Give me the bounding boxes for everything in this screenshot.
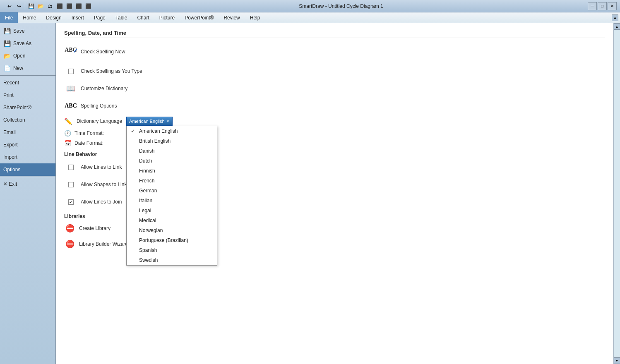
close-btn[interactable]: ✕ [608,2,617,10]
sidebar-item-new[interactable]: 📄 New [0,62,55,74]
spelling-options-label[interactable]: Spelling Options [81,103,117,109]
red-icon-3[interactable]: ⬛ [74,2,83,11]
dict-icon-area: ✏️ [64,117,72,125]
sidebar-item-open[interactable]: 📂 Open [0,50,55,62]
lang-spanish[interactable]: Spanish [127,245,217,255]
folder-quick-btn[interactable]: 🗂 [46,2,55,11]
lang-medical[interactable]: Medical [127,216,217,225]
sidebar: 💾 Save 💾 Save As 📂 Open 📄 New Recent Pri… [0,23,56,364]
sidebar-item-export[interactable]: Export [0,139,55,151]
red-icon-1[interactable]: ⬛ [55,2,64,11]
book-icon: 📖 [66,84,75,93]
menu-collapse-btn[interactable]: ▲ [612,14,618,21]
toolbar-sep-1 [25,2,25,10]
menu-help[interactable]: Help [245,12,265,23]
library-builder-label[interactable]: Library Builder Wizard [79,241,128,247]
dict-language-btn[interactable]: American English ▼ [126,117,173,126]
check-spell-type-label[interactable]: Check Spelling as You Type [81,68,142,74]
undo-btn[interactable]: ↩ [5,2,14,11]
red-icon-2[interactable]: ⬛ [65,2,74,11]
lang-italian[interactable]: Italian [127,196,217,206]
lang-swedish[interactable]: Swedish [127,255,217,265]
sidebar-label-exit: ✕ Exit [3,181,17,187]
menu-review[interactable]: Review [219,12,245,23]
checkbox-shapes-link-area [64,178,77,191]
menu-home[interactable]: Home [18,12,41,23]
lang-legal[interactable]: Legal [127,206,217,216]
lang-danish[interactable]: Danish [127,146,217,156]
title-bar: ↩ ↪ 💾 📂 🗂 ⬛ ⬛ ⬛ ⬛ SmartDraw - Untitled C… [0,0,620,12]
check-spell-type-row: Check Spelling as You Type [64,65,605,78]
open-quick-btn[interactable]: 📂 [36,2,45,11]
abc-check-icon: ABC ✓ [65,46,77,53]
minimize-btn[interactable]: ─ [588,2,597,10]
create-library-label[interactable]: Create Library [79,225,111,231]
redo-btn[interactable]: ↪ [14,2,24,11]
lang-american-english[interactable]: American English [127,126,217,136]
green-icon[interactable]: ⬛ [84,2,93,11]
checkbox-lines-link[interactable] [68,165,74,170]
lib-builder-icon-sym: ⛔ [65,239,74,249]
sidebar-item-saveas[interactable]: 💾 Save As [0,37,55,50]
sidebar-label-save: Save [13,28,24,34]
date-format-label: Date Format: [74,140,103,146]
clock-icon: 🕐 [64,130,71,136]
sidebar-item-import[interactable]: Import [0,151,55,163]
spelling-options-row: ABC Spelling Options [64,99,605,113]
menu-design[interactable]: Design [41,12,66,23]
lang-portuguese[interactable]: Portuguese (Brazilian) [127,235,217,245]
check-spell-now-label[interactable]: Check Spelling Now [81,49,125,55]
scroll-down-btn[interactable]: ▼ [614,357,620,364]
dict-language-selected: American English [129,119,165,124]
maximize-btn[interactable]: □ [598,2,607,10]
menu-picture[interactable]: Picture [154,12,180,23]
menu-insert[interactable]: Insert [67,12,89,23]
spelling-options-icon-area: ABC [64,99,77,113]
allow-lines-join-label: Allow Lines to Join [81,199,122,205]
menu-file[interactable]: File [0,12,18,23]
customize-dict-label[interactable]: Customize Dictionary [81,86,127,91]
sidebar-item-options[interactable]: Options [0,163,55,176]
checkbox-spell-type[interactable] [68,69,74,74]
scroll-up-btn[interactable]: ▲ [614,23,620,30]
lang-dutch[interactable]: Dutch [127,156,217,166]
menu-table[interactable]: Table [111,12,132,23]
open-icon: 📂 [3,53,11,59]
sidebar-item-print[interactable]: Print [0,89,55,101]
checkbox-lines-join[interactable]: ✓ [68,199,74,205]
create-lib-icon-sym: ⛔ [65,224,74,233]
menu-powerpoint[interactable]: PowerPoint® [180,12,219,23]
lang-norwegian[interactable]: Norwegian [127,225,217,235]
sidebar-item-collection[interactable]: Collection [0,114,55,126]
dict-language-dropdown[interactable]: American English ▼ American English Brit… [126,117,173,126]
section-title-spelling: Spelling, Date, and Time [64,30,605,38]
dict-language-list: American English British English Danish … [126,126,217,266]
save-quick-btn[interactable]: 💾 [26,2,36,11]
sidebar-label-collection: Collection [3,117,25,123]
sidebar-item-email[interactable]: Email [0,126,55,139]
abc-spell-icon: ABC [65,103,77,109]
sidebar-label-email: Email [3,129,16,135]
sidebar-item-exit[interactable]: ✕ Exit [0,178,55,190]
lang-french[interactable]: French [127,176,217,186]
lang-british-english[interactable]: British English [127,136,217,146]
saveas-icon: 💾 [3,40,11,47]
dropdown-arrow: ▼ [166,120,170,123]
menu-page[interactable]: Page [89,12,111,23]
menu-chart[interactable]: Chart [132,12,154,23]
scroll-track [614,30,620,357]
save-icon: 💾 [3,28,11,34]
pencil-icon: ✏️ [64,118,72,125]
main-layout: 💾 Save 💾 Save As 📂 Open 📄 New Recent Pri… [0,23,620,364]
sidebar-item-recent[interactable]: Recent [0,77,55,89]
lang-german[interactable]: German [127,186,217,196]
check-spell-now-row: ABC ✓ Check Spelling Now [64,43,605,60]
checkbox-shapes-link[interactable] [68,182,74,187]
title-bar-left: ↩ ↪ 💾 📂 🗂 ⬛ ⬛ ⬛ ⬛ [3,1,94,12]
checkmark-overlay: ✓ [73,48,78,54]
sidebar-item-save[interactable]: 💾 Save [0,25,55,37]
quick-access-toolbar: ↩ ↪ 💾 📂 🗂 ⬛ ⬛ ⬛ ⬛ [3,1,94,12]
allow-shapes-link-label: Allow Shapes to Link to [81,182,132,187]
sidebar-item-sharepoint[interactable]: SharePoint® [0,101,55,114]
lang-finnish[interactable]: Finnish [127,166,217,176]
